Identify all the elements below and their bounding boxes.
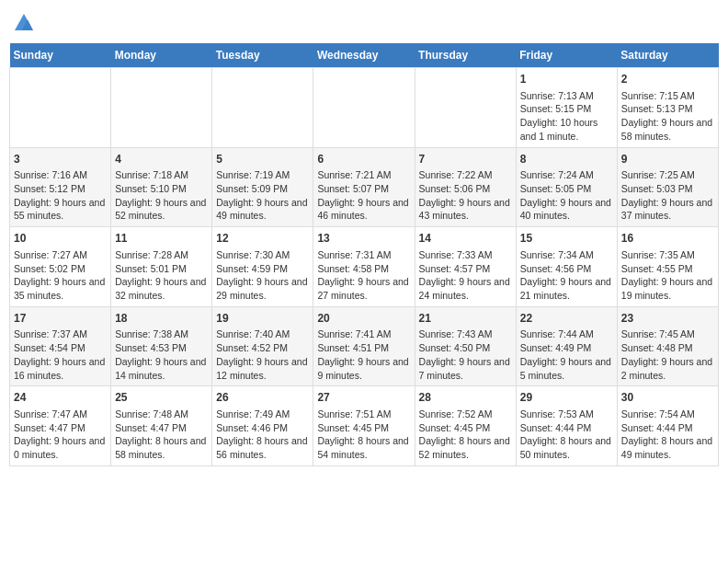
day-of-week-header: Wednesday <box>313 43 415 68</box>
day-detail: Sunrise: 7:30 AM Sunset: 4:59 PM Dayligh… <box>216 248 309 303</box>
day-number: 26 <box>216 390 309 406</box>
day-detail: Sunrise: 7:28 AM Sunset: 5:01 PM Dayligh… <box>115 248 208 303</box>
day-of-week-header: Friday <box>516 43 617 68</box>
day-number: 8 <box>520 152 613 167</box>
day-number: 19 <box>216 311 309 327</box>
day-number: 16 <box>621 231 714 247</box>
day-detail: Sunrise: 7:45 AM Sunset: 4:48 PM Dayligh… <box>621 327 714 382</box>
day-detail: Sunrise: 7:34 AM Sunset: 4:56 PM Dayligh… <box>520 248 613 303</box>
day-of-week-header: Thursday <box>415 43 516 68</box>
day-detail: Sunrise: 7:43 AM Sunset: 4:50 PM Dayligh… <box>419 327 512 382</box>
day-detail: Sunrise: 7:51 AM Sunset: 4:45 PM Dayligh… <box>317 408 410 462</box>
day-detail: Sunrise: 7:13 AM Sunset: 5:15 PM Dayligh… <box>520 89 613 144</box>
calendar-week-row: 1Sunrise: 7:13 AM Sunset: 5:15 PM Daylig… <box>10 68 719 148</box>
day-detail: Sunrise: 7:25 AM Sunset: 5:03 PM Dayligh… <box>621 168 714 223</box>
day-detail: Sunrise: 7:21 AM Sunset: 5:07 PM Dayligh… <box>317 168 410 223</box>
day-detail: Sunrise: 7:52 AM Sunset: 4:45 PM Dayligh… <box>419 408 512 462</box>
day-of-week-header: Saturday <box>617 43 718 68</box>
calendar-week-row: 3Sunrise: 7:16 AM Sunset: 5:12 PM Daylig… <box>10 147 719 227</box>
calendar-day-cell: 4Sunrise: 7:18 AM Sunset: 5:10 PM Daylig… <box>111 147 212 227</box>
calendar-day-cell <box>415 68 516 148</box>
day-number: 30 <box>621 390 714 406</box>
day-number: 9 <box>621 152 714 167</box>
calendar-table: SundayMondayTuesdayWednesdayThursdayFrid… <box>9 43 719 466</box>
day-detail: Sunrise: 7:31 AM Sunset: 4:58 PM Dayligh… <box>317 248 410 303</box>
day-number: 2 <box>621 72 714 87</box>
day-detail: Sunrise: 7:22 AM Sunset: 5:06 PM Dayligh… <box>419 168 512 223</box>
day-number: 10 <box>14 231 107 247</box>
day-detail: Sunrise: 7:19 AM Sunset: 5:09 PM Dayligh… <box>216 168 309 223</box>
calendar-day-cell <box>313 68 415 148</box>
calendar-day-cell: 3Sunrise: 7:16 AM Sunset: 5:12 PM Daylig… <box>10 147 111 227</box>
calendar-day-cell <box>10 68 111 148</box>
day-detail: Sunrise: 7:33 AM Sunset: 4:57 PM Dayligh… <box>419 248 512 303</box>
calendar-day-cell: 2Sunrise: 7:15 AM Sunset: 5:13 PM Daylig… <box>617 68 718 148</box>
calendar-week-row: 10Sunrise: 7:27 AM Sunset: 5:02 PM Dayli… <box>10 227 719 307</box>
calendar-day-cell: 29Sunrise: 7:53 AM Sunset: 4:44 PM Dayli… <box>516 386 617 466</box>
calendar-day-cell: 15Sunrise: 7:34 AM Sunset: 4:56 PM Dayli… <box>516 227 617 307</box>
day-detail: Sunrise: 7:24 AM Sunset: 5:05 PM Dayligh… <box>520 168 613 223</box>
day-of-week-header: Sunday <box>10 43 111 68</box>
calendar-day-cell: 16Sunrise: 7:35 AM Sunset: 4:55 PM Dayli… <box>617 227 718 307</box>
calendar-day-cell: 12Sunrise: 7:30 AM Sunset: 4:59 PM Dayli… <box>212 227 313 307</box>
calendar-day-cell: 9Sunrise: 7:25 AM Sunset: 5:03 PM Daylig… <box>617 147 718 227</box>
calendar-day-cell: 13Sunrise: 7:31 AM Sunset: 4:58 PM Dayli… <box>313 227 415 307</box>
day-number: 5 <box>216 152 309 167</box>
day-detail: Sunrise: 7:47 AM Sunset: 4:47 PM Dayligh… <box>14 408 107 462</box>
calendar-day-cell: 7Sunrise: 7:22 AM Sunset: 5:06 PM Daylig… <box>415 147 516 227</box>
day-detail: Sunrise: 7:15 AM Sunset: 5:13 PM Dayligh… <box>621 89 714 144</box>
day-number: 27 <box>317 390 410 406</box>
calendar-day-cell: 19Sunrise: 7:40 AM Sunset: 4:52 PM Dayli… <box>212 306 313 386</box>
day-number: 28 <box>419 390 512 406</box>
day-detail: Sunrise: 7:54 AM Sunset: 4:44 PM Dayligh… <box>621 408 714 462</box>
day-number: 29 <box>520 390 613 406</box>
calendar-day-cell: 17Sunrise: 7:37 AM Sunset: 4:54 PM Dayli… <box>10 306 111 386</box>
calendar-day-cell: 28Sunrise: 7:52 AM Sunset: 4:45 PM Dayli… <box>415 386 516 466</box>
day-detail: Sunrise: 7:18 AM Sunset: 5:10 PM Dayligh… <box>115 168 208 223</box>
calendar-day-cell: 30Sunrise: 7:54 AM Sunset: 4:44 PM Dayli… <box>617 386 718 466</box>
calendar-day-cell: 22Sunrise: 7:44 AM Sunset: 4:49 PM Dayli… <box>516 306 617 386</box>
day-number: 6 <box>317 152 410 167</box>
day-detail: Sunrise: 7:37 AM Sunset: 4:54 PM Dayligh… <box>14 327 107 382</box>
day-detail: Sunrise: 7:49 AM Sunset: 4:46 PM Dayligh… <box>216 408 309 462</box>
day-detail: Sunrise: 7:41 AM Sunset: 4:51 PM Dayligh… <box>317 327 410 382</box>
calendar-day-cell: 24Sunrise: 7:47 AM Sunset: 4:47 PM Dayli… <box>10 386 111 466</box>
day-detail: Sunrise: 7:27 AM Sunset: 5:02 PM Dayligh… <box>14 248 107 303</box>
day-detail: Sunrise: 7:48 AM Sunset: 4:47 PM Dayligh… <box>115 408 208 462</box>
calendar-day-cell: 27Sunrise: 7:51 AM Sunset: 4:45 PM Dayli… <box>313 386 415 466</box>
day-number: 18 <box>115 311 208 327</box>
day-number: 22 <box>520 311 613 327</box>
day-detail: Sunrise: 7:44 AM Sunset: 4:49 PM Dayligh… <box>520 327 613 382</box>
calendar-day-cell: 20Sunrise: 7:41 AM Sunset: 4:51 PM Dayli… <box>313 306 415 386</box>
calendar-day-cell: 21Sunrise: 7:43 AM Sunset: 4:50 PM Dayli… <box>415 306 516 386</box>
day-number: 21 <box>419 311 512 327</box>
day-number: 12 <box>216 231 309 247</box>
day-of-week-header: Monday <box>111 43 212 68</box>
calendar-day-cell: 23Sunrise: 7:45 AM Sunset: 4:48 PM Dayli… <box>617 306 718 386</box>
day-detail: Sunrise: 7:53 AM Sunset: 4:44 PM Dayligh… <box>520 408 613 462</box>
calendar-day-cell <box>212 68 313 148</box>
calendar-day-cell: 10Sunrise: 7:27 AM Sunset: 5:02 PM Dayli… <box>10 227 111 307</box>
day-number: 13 <box>317 231 410 247</box>
day-number: 24 <box>14 390 107 406</box>
day-number: 14 <box>419 231 512 247</box>
calendar-day-cell: 8Sunrise: 7:24 AM Sunset: 5:05 PM Daylig… <box>516 147 617 227</box>
day-detail: Sunrise: 7:35 AM Sunset: 4:55 PM Dayligh… <box>621 248 714 303</box>
day-number: 7 <box>419 152 512 167</box>
day-number: 1 <box>520 72 613 87</box>
day-number: 17 <box>14 311 107 327</box>
day-of-week-header: Tuesday <box>212 43 313 68</box>
calendar-day-cell: 5Sunrise: 7:19 AM Sunset: 5:09 PM Daylig… <box>212 147 313 227</box>
day-number: 25 <box>115 390 208 406</box>
day-detail: Sunrise: 7:40 AM Sunset: 4:52 PM Dayligh… <box>216 327 309 382</box>
calendar-week-row: 17Sunrise: 7:37 AM Sunset: 4:54 PM Dayli… <box>10 306 719 386</box>
calendar-header-row: SundayMondayTuesdayWednesdayThursdayFrid… <box>10 43 719 68</box>
calendar-day-cell: 6Sunrise: 7:21 AM Sunset: 5:07 PM Daylig… <box>313 147 415 227</box>
calendar-day-cell: 14Sunrise: 7:33 AM Sunset: 4:57 PM Dayli… <box>415 227 516 307</box>
day-number: 15 <box>520 231 613 247</box>
calendar-week-row: 24Sunrise: 7:47 AM Sunset: 4:47 PM Dayli… <box>10 386 719 466</box>
logo-icon <box>13 12 35 34</box>
calendar-day-cell: 26Sunrise: 7:49 AM Sunset: 4:46 PM Dayli… <box>212 386 313 466</box>
calendar-day-cell: 11Sunrise: 7:28 AM Sunset: 5:01 PM Dayli… <box>111 227 212 307</box>
day-detail: Sunrise: 7:16 AM Sunset: 5:12 PM Dayligh… <box>14 168 107 223</box>
